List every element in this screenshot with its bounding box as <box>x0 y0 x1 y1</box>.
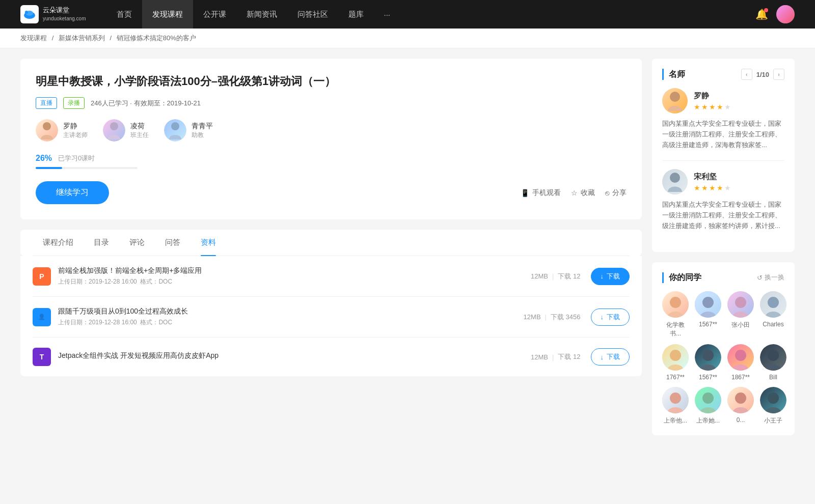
nav-more[interactable]: ··· <box>374 0 401 29</box>
download-icon-1: ↓ <box>601 313 604 321</box>
classmate-avatar-11 <box>760 387 786 413</box>
badge-live: 直播 <box>36 97 57 109</box>
user-avatar[interactable] <box>776 5 795 23</box>
classmate-9: 上帝她... <box>695 387 721 425</box>
resource-stats-0: 12MB | 下载 12 <box>531 272 580 281</box>
svg-point-10 <box>735 297 746 308</box>
resource-icon-1: 👤 <box>33 308 51 326</box>
nav-home[interactable]: 首页 <box>106 0 142 29</box>
action-row: 继续学习 📱 手机观看 ☆ 收藏 ⎋ 分享 <box>36 181 627 204</box>
teacher-divider <box>662 160 784 161</box>
teacher-2: 青青平 助教 <box>164 119 213 142</box>
teachers-prev-button[interactable]: ‹ <box>741 69 752 80</box>
resource-list: P 前端全栈加强版！前端全栈+全周期+多端应用 上传日期：2019-12-28 … <box>20 256 642 376</box>
teachers: 罗静 主讲老师 凌荷 班主任 <box>36 119 627 142</box>
classmate-3: Charles <box>760 291 786 338</box>
mobile-watch-link[interactable]: 📱 手机观看 <box>521 188 561 198</box>
progress-label: 已学习0课时 <box>58 154 95 163</box>
classmate-5: 1567** <box>695 344 721 381</box>
classmate-name-9: 上帝她... <box>696 416 720 425</box>
tab-qa[interactable]: 问答 <box>155 230 191 256</box>
breadcrumb-link-discover[interactable]: 发现课程 <box>20 34 47 42</box>
collect-label: 收藏 <box>581 188 595 198</box>
teacher-avatar-1 <box>103 119 125 142</box>
download-button-0[interactable]: ↓ 下载 <box>591 268 630 285</box>
tab-review[interactable]: 评论 <box>119 230 155 256</box>
breadcrumb-link-series[interactable]: 新媒体营销系列 <box>59 34 105 42</box>
classmate-avatar-9 <box>695 387 721 413</box>
refresh-button[interactable]: ↺ 换一换 <box>757 273 784 282</box>
classmate-name-7: Bill <box>769 374 777 381</box>
teachers-next-button[interactable]: › <box>773 69 784 80</box>
breadcrumb-current: 销冠修炼术搞定80%的客户 <box>117 34 196 42</box>
resource-item-2: T Jetpack全组件实战 开发短视频应用高仿皮皮虾App 12MB | 下载… <box>33 338 630 376</box>
nav-news[interactable]: 新闻资讯 <box>236 0 287 29</box>
classmate-avatar-4 <box>662 344 689 371</box>
teachers-sidebar-card: 名师 ‹ 1/10 › 罗静 <box>652 59 795 252</box>
teacher-0: 罗静 主讲老师 <box>36 119 88 142</box>
resource-meta-0: 上传日期：2019-12-28 16:00 格式：DOC <box>58 277 531 286</box>
notification-bell[interactable]: 🔔 <box>755 8 768 20</box>
main-layout: 明星中教授课，小学阶段语法100分–强化级第1讲动词（一） 直播 录播 246人… <box>0 48 815 456</box>
tab-intro[interactable]: 课程介绍 <box>33 230 84 256</box>
progress-fill <box>36 167 62 169</box>
course-card: 明星中教授课，小学阶段语法100分–强化级第1讲动词（一） 直播 录播 246人… <box>20 59 642 219</box>
classmate-avatar-8 <box>662 387 689 413</box>
teacher-profile-header-1: 宋利坚 ★ ★ ★ ★ ★ <box>662 169 784 194</box>
classmate-6: 1867** <box>727 344 754 381</box>
classmate-name-4: 1767** <box>666 374 685 381</box>
classmate-10: 0... <box>727 387 754 425</box>
teacher-stars-0: ★ ★ ★ ★ ★ <box>694 103 731 111</box>
classmate-name-6: 1867** <box>731 374 750 381</box>
logo-text: 云朵课堂yunduoketang.com <box>43 6 86 22</box>
teacher-profile-name-1: 宋利坚 <box>694 172 731 182</box>
svg-point-6 <box>670 92 680 102</box>
tab-resource[interactable]: 资料 <box>191 230 226 256</box>
progress-info: 26% 已学习0课时 <box>36 154 627 163</box>
continue-button[interactable]: 继续学习 <box>36 181 109 204</box>
navbar: 云朵课堂yunduoketang.com 首页 发现课程 公开课 新闻资讯 问答… <box>0 0 815 29</box>
teacher-role-1: 班主任 <box>130 131 149 139</box>
classmate-avatar-3 <box>760 291 786 318</box>
teachers-title-text: 名师 <box>669 69 685 80</box>
teacher-info-2: 青青平 助教 <box>192 122 213 139</box>
tab-catalog[interactable]: 目录 <box>84 230 119 256</box>
resource-downloads-1: 下载 3456 <box>551 313 581 322</box>
share-label: 分享 <box>612 188 627 198</box>
svg-point-16 <box>670 393 681 404</box>
resource-info-2: Jetpack全组件实战 开发短视频应用高仿皮皮虾App <box>58 351 531 362</box>
download-button-2[interactable]: ↓ 下载 <box>591 348 630 366</box>
classmate-name-0: 化学教书... <box>662 321 689 338</box>
teacher-stars-1: ★ ★ ★ ★ ★ <box>694 184 731 192</box>
svg-point-9 <box>702 297 714 308</box>
classmate-avatar-1 <box>695 291 721 318</box>
svg-point-12 <box>670 350 681 361</box>
nav-qa[interactable]: 问答社区 <box>287 0 338 29</box>
resource-name-0: 前端全栈加强版！前端全栈+全周期+多端应用 <box>58 266 531 275</box>
logo[interactable]: 云朵课堂yunduoketang.com <box>20 5 86 23</box>
resource-item-0: P 前端全栈加强版！前端全栈+全周期+多端应用 上传日期：2019-12-28 … <box>33 256 630 297</box>
resource-name-2: Jetpack全组件实战 开发短视频应用高仿皮皮虾App <box>58 351 531 360</box>
share-link[interactable]: ⎋ 分享 <box>605 188 627 198</box>
notification-dot <box>764 8 768 12</box>
classmate-8: 上帝他... <box>662 387 689 425</box>
teacher-profile-desc-1: 国内某重点大学安全工程专业硕士，国家一级注册消防工程师、注册安全工程师、级注册建… <box>662 200 784 231</box>
nav-right: 🔔 <box>755 5 795 23</box>
classmate-name-11: 小王子 <box>764 416 782 425</box>
teacher-profile-0: 罗静 ★ ★ ★ ★ ★ 国内某重点大学安全工程专业硕士，国家一级注册消防工程师… <box>662 88 784 150</box>
classmate-2: 张小田 <box>727 291 754 338</box>
nav-quiz[interactable]: 题库 <box>338 0 374 29</box>
classmates-title: 你的同学 <box>662 272 701 283</box>
nav-opencourse[interactable]: 公开课 <box>193 0 236 29</box>
collect-link[interactable]: ☆ 收藏 <box>571 188 595 198</box>
resource-icon-0: P <box>33 267 51 286</box>
action-links: 📱 手机观看 ☆ 收藏 ⎋ 分享 <box>521 188 627 198</box>
tabs-card: 课程介绍 目录 评论 问答 资料 <box>20 230 642 256</box>
teachers-nav: ‹ 1/10 › <box>741 69 784 80</box>
teachers-page: 1/10 <box>756 71 769 78</box>
teacher-profile-1: 宋利坚 ★ ★ ★ ★ ★ 国内某重点大学安全工程专业硕士，国家一级注册消防工程… <box>662 169 784 231</box>
classmate-1: 1567** <box>695 291 721 338</box>
download-button-1[interactable]: ↓ 下载 <box>591 309 630 326</box>
nav-discover[interactable]: 发现课程 <box>142 0 193 29</box>
resource-info-0: 前端全栈加强版！前端全栈+全周期+多端应用 上传日期：2019-12-28 16… <box>58 266 531 286</box>
